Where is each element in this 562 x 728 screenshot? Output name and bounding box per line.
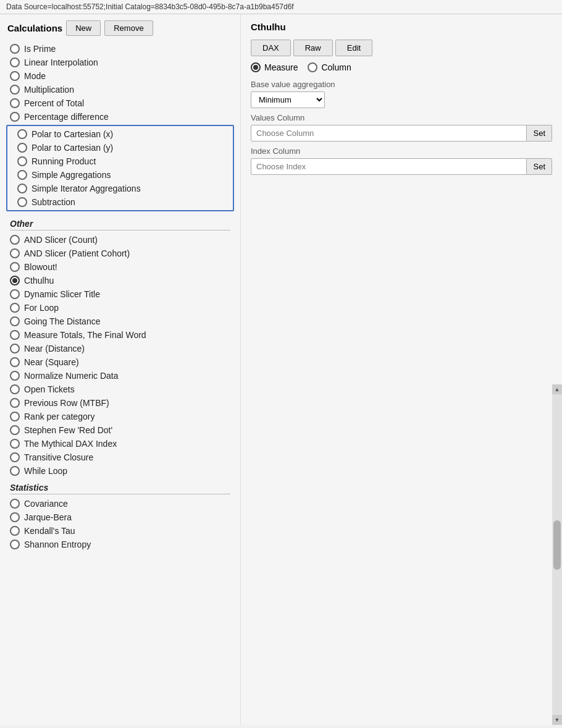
radio-polar-cartesian-y [17, 143, 27, 153]
scrollbar-thumb[interactable] [553, 520, 561, 570]
list-item[interactable]: Stephen Few 'Red Dot' [0, 423, 240, 437]
list-item[interactable]: Linear Interpolation [0, 56, 240, 69]
item-label: The Mythical DAX Index [24, 439, 117, 449]
column-radio-label[interactable]: Column [308, 62, 351, 72]
remove-button[interactable]: Remove [104, 20, 153, 36]
radio-and-slicer-count [10, 235, 20, 245]
item-label: Near (Distance) [24, 344, 85, 353]
list-item[interactable]: AND Slicer (Patient Cohort) [0, 247, 240, 260]
item-label: Simple Iterator Aggregations [31, 184, 141, 193]
new-button[interactable]: New [66, 20, 101, 36]
tab-dax[interactable]: DAX [251, 40, 291, 56]
calculations-header: Calculations New Remove [0, 14, 240, 42]
scroll-down-arrow[interactable]: ▼ [552, 715, 562, 725]
index-column-set-button[interactable]: Set [527, 158, 552, 175]
radio-measure-totals [10, 330, 20, 340]
radio-simple-aggregations [17, 170, 27, 180]
right-scroll-area: ▲ ▼ [241, 384, 562, 726]
list-item[interactable]: Simple Iterator Aggregations [7, 182, 233, 195]
list-item[interactable]: Percentage difference [0, 110, 240, 124]
list-item[interactable]: Going The Distance [0, 315, 240, 328]
list-item[interactable]: Percent of Total [0, 96, 240, 110]
radio-near-square [10, 357, 20, 367]
item-label: Linear Interpolation [24, 57, 98, 67]
scrollbar-track[interactable]: ▲ ▼ [552, 384, 562, 726]
item-label: Polar to Cartesian (x) [31, 129, 113, 139]
list-item[interactable]: Is Prime [0, 42, 240, 56]
list-item[interactable]: Subtraction [7, 195, 233, 209]
list-item[interactable]: AND Slicer (Count) [0, 233, 240, 247]
values-column-input[interactable] [251, 125, 527, 142]
list-item[interactable]: Normalize Numeric Data [0, 369, 240, 383]
values-column-row: Set [251, 125, 552, 142]
tab-raw[interactable]: Raw [293, 40, 333, 56]
radio-column [308, 62, 317, 72]
index-column-input[interactable] [251, 158, 527, 175]
list-item[interactable]: Cthulhu [0, 274, 240, 287]
calculations-title: Calculations [7, 23, 62, 33]
item-label: Percentage difference [24, 112, 109, 122]
measure-radio-label[interactable]: Measure [251, 62, 298, 72]
statistics-section: Statistics Covariance Jarque-Bera Kendal… [0, 478, 240, 551]
scroll-up-arrow[interactable]: ▲ [552, 384, 562, 394]
item-label: For Loop [24, 303, 59, 313]
list-item[interactable]: Multiplication [0, 83, 240, 96]
list-item[interactable]: Transitive Closure [0, 451, 240, 464]
list-item[interactable]: Blowout! [0, 260, 240, 274]
item-label: Dynamic Slicer Title [24, 289, 100, 299]
other-section-label: Other [0, 214, 240, 230]
radio-previous-row [10, 398, 20, 408]
item-label: Subtraction [31, 197, 75, 207]
list-item[interactable]: Jarque-Bera [0, 510, 240, 524]
item-label: Shannon Entropy [24, 540, 91, 549]
list-item[interactable]: For Loop [0, 301, 240, 315]
radio-kendalls-tau [10, 526, 20, 536]
list-item[interactable]: Open Tickets [0, 383, 240, 396]
list-item[interactable]: Previous Row (MTBF) [0, 396, 240, 410]
item-label: Running Product [31, 156, 96, 166]
list-item[interactable]: Mode [0, 69, 240, 83]
radio-measure [251, 62, 261, 72]
right-header: Cthulhu [241, 14, 562, 36]
list-item[interactable]: Rank per category [0, 410, 240, 423]
list-item[interactable]: Dynamic Slicer Title [0, 287, 240, 301]
list-item[interactable]: The Mythical DAX Index [0, 437, 240, 451]
item-label: Percent of Total [24, 98, 84, 108]
radio-multiplication [10, 85, 20, 95]
item-label: Kendall's Tau [24, 526, 75, 536]
list-item[interactable]: Near (Distance) [0, 342, 240, 355]
right-panel: Cthulhu DAX Raw Edit Measure Column [241, 14, 562, 725]
aggregation-dropdown[interactable]: Minimum Maximum Average Sum Count [251, 91, 325, 108]
list-item[interactable]: Polar to Cartesian (y) [7, 141, 233, 154]
radio-near-distance [10, 344, 20, 353]
item-label: AND Slicer (Patient Cohort) [24, 248, 130, 258]
statistics-divider [10, 494, 230, 494]
list-item[interactable]: Shannon Entropy [0, 538, 240, 551]
radio-cthulhu [10, 276, 20, 286]
item-label: Mode [24, 71, 46, 81]
aggregation-dropdown-row: Minimum Maximum Average Sum Count [251, 91, 552, 108]
base-value-aggregation-label: Base value aggregation [251, 80, 552, 89]
list-item[interactable]: Polar to Cartesian (x) [7, 127, 233, 141]
item-label: Going The Distance [24, 316, 100, 326]
list-item[interactable]: Simple Aggregations [7, 168, 233, 182]
list-item[interactable]: Running Product [7, 154, 233, 168]
item-label: Multiplication [24, 85, 74, 95]
radio-dynamic-slicer-title [10, 289, 20, 299]
item-label: Normalize Numeric Data [24, 371, 118, 381]
item-label: Covariance [24, 499, 68, 509]
list-item[interactable]: Near (Square) [0, 355, 240, 369]
tab-row: DAX Raw Edit [251, 40, 552, 56]
item-label: Near (Square) [24, 357, 79, 367]
tab-edit[interactable]: Edit [335, 40, 372, 56]
item-label: Previous Row (MTBF) [24, 398, 109, 408]
values-column-set-button[interactable]: Set [527, 125, 552, 142]
list-item[interactable]: Measure Totals, The Final Word [0, 328, 240, 342]
radio-simple-iterator [17, 184, 27, 193]
list-item[interactable]: While Loop [0, 464, 240, 478]
list-item[interactable]: Covariance [0, 497, 240, 510]
radio-stephen-few [10, 425, 20, 435]
list-item[interactable]: Kendall's Tau [0, 524, 240, 538]
item-label: Rank per category [24, 412, 94, 421]
statistics-section-label: Statistics [0, 478, 240, 494]
